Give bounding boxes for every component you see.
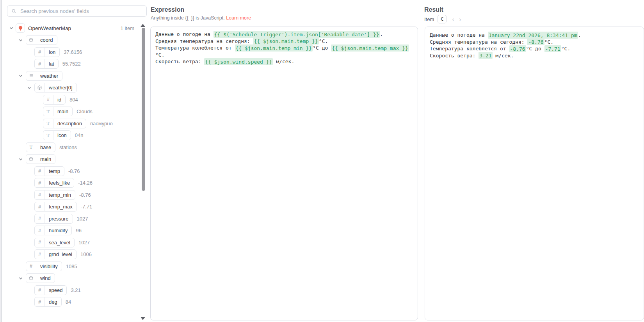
chevron-down-icon[interactable]: [18, 157, 23, 162]
tree-row-humidity[interactable]: #humidity96: [0, 225, 141, 237]
number-type-icon: #: [26, 262, 36, 271]
chevron-down-icon[interactable]: [27, 85, 32, 91]
chevron-down-icon[interactable]: [18, 37, 23, 43]
key-label: temp_min: [45, 192, 75, 198]
expression-editor[interactable]: Данные о погоде на {{ $('Schedule Trigge…: [150, 27, 418, 320]
field-value: пасмурно: [90, 121, 113, 126]
node-name: OpenWeatherMap: [28, 25, 71, 31]
number-type-icon: #: [35, 238, 45, 247]
chevron-down-icon[interactable]: [18, 276, 23, 281]
key-pill-icon[interactable]: Ticon: [43, 130, 71, 140]
code-text: Данные о погоде на: [430, 32, 488, 38]
key-pill-base[interactable]: Tbase: [26, 142, 55, 152]
tree-row-weather[interactable]: weather: [0, 70, 141, 82]
chevron-down-icon[interactable]: [9, 25, 14, 31]
key-pill-weather[interactable]: weather: [26, 71, 62, 81]
code-line: Скорость ветра: 3.21 м/сек.: [430, 52, 639, 59]
key-pill-lat[interactable]: #lat: [34, 59, 59, 69]
object-type-icon: [26, 274, 36, 283]
key-label: wind: [36, 275, 55, 281]
key-label: main: [53, 109, 72, 114]
field-value: 1006: [80, 251, 92, 257]
code-line: Средняя температура на сегодня: -8.76°C.: [430, 39, 639, 46]
number-type-icon: #: [35, 226, 45, 235]
key-pill-description[interactable]: Tdescription: [43, 119, 86, 128]
tree-row-id[interactable]: #id804: [0, 94, 141, 106]
code-line: Данные о погоде на {{ $('Schedule Trigge…: [155, 31, 413, 38]
tree-row-icon[interactable]: Ticon04n: [0, 130, 141, 142]
tree-row-temp_min[interactable]: #temp_min-8.76: [0, 189, 141, 201]
key-pill-feels_like[interactable]: #feels_like: [34, 178, 74, 188]
result-title: Result: [424, 6, 443, 13]
key-pill-temp_min[interactable]: #temp_min: [34, 190, 75, 200]
expression-highlight: 3.21: [479, 52, 492, 59]
code-line: Скорость ветра: {{ $json.wind.speed }} м…: [155, 58, 413, 65]
prev-item-button[interactable]: ‹: [452, 16, 454, 23]
tree-row-main[interactable]: TmainClouds: [0, 106, 141, 118]
key-pill-id[interactable]: #id: [43, 95, 66, 105]
next-item-button[interactable]: ›: [459, 16, 461, 23]
key-label: temp_max: [45, 204, 76, 210]
tree-row-description[interactable]: Tdescriptionпасмурно: [0, 117, 141, 130]
chevron-down-icon[interactable]: [18, 73, 23, 78]
key-pill-speed[interactable]: #speed: [34, 285, 67, 295]
key-pill-coord[interactable]: coord: [26, 35, 57, 45]
key-pill-wind[interactable]: wind: [26, 273, 55, 283]
tree-row-main[interactable]: main: [0, 153, 141, 165]
field-value: Clouds: [76, 109, 92, 114]
node-row[interactable]: OpenWeatherMap1 item: [0, 22, 141, 34]
key-label: base: [36, 144, 55, 150]
tree-row-base[interactable]: Tbasestations: [0, 141, 141, 153]
tree-row-temp[interactable]: #temp-8.76: [0, 165, 141, 177]
tree-row-grnd_level[interactable]: #grnd_level1006: [0, 249, 141, 261]
key-label: humidity: [45, 228, 71, 233]
key-pill-sea_level[interactable]: #sea_level: [34, 238, 75, 247]
key-pill-visibility[interactable]: #visibility: [26, 262, 62, 271]
key-pill-main[interactable]: main: [26, 154, 55, 164]
key-pill-main[interactable]: Tmain: [43, 107, 73, 116]
tree-row-pressure[interactable]: #pressure1027: [0, 213, 141, 225]
tree-row-temp_max[interactable]: #temp_max-7.71: [0, 201, 141, 213]
tree-row-deg[interactable]: #deg84: [0, 296, 141, 308]
tree-row-wind[interactable]: wind: [0, 272, 141, 285]
string-type-icon: T: [43, 107, 53, 116]
tree-row-weather[0][interactable]: weather[0]: [0, 82, 141, 94]
item-count: 1 item: [121, 25, 134, 31]
key-label: icon: [53, 132, 71, 138]
key-label: lon: [45, 49, 59, 55]
item-index-input[interactable]: C: [438, 15, 447, 23]
key-pill-deg[interactable]: #deg: [34, 297, 62, 307]
key-label: visibility: [36, 263, 62, 269]
code-line: °C.: [155, 52, 413, 59]
tree-row-feels_like[interactable]: #feels_like-14.26: [0, 177, 141, 189]
key-pill-pressure[interactable]: #pressure: [34, 214, 73, 224]
code-text: °C.: [544, 39, 553, 45]
key-pill-lon[interactable]: #lon: [34, 47, 60, 57]
search-field-wrap: [7, 5, 147, 17]
code-text: Данные о погоде на: [155, 31, 213, 37]
tree-row-sea_level[interactable]: #sea_level1027: [0, 237, 141, 249]
scroll-up-arrow[interactable]: [141, 24, 145, 27]
key-pill-temp_max[interactable]: #temp_max: [34, 202, 77, 212]
key-pill-weather[0][interactable]: weather[0]: [34, 83, 77, 93]
number-type-icon: #: [35, 178, 45, 187]
expression-highlight: -8.76: [527, 38, 544, 45]
key-pill-grnd_level[interactable]: #grnd_level: [34, 249, 76, 259]
scroll-down-arrow[interactable]: [141, 317, 145, 320]
code-text: .: [380, 31, 383, 37]
number-type-icon: #: [35, 48, 45, 57]
expression-highlight: January 22nd 2026, 8:34:41 pm: [488, 32, 578, 39]
key-label: feels_like: [45, 180, 74, 186]
tree-row-lat[interactable]: #lat55.7522: [0, 58, 141, 70]
tree-row-visibility[interactable]: #visibility1085: [0, 260, 141, 272]
tree-row-lon[interactable]: #lon37.6156: [0, 46, 141, 58]
learn-more-link[interactable]: Learn more: [226, 15, 251, 21]
tree-row-coord[interactable]: coord: [0, 34, 141, 46]
scrollbar-thumb[interactable]: [142, 28, 145, 191]
search-input[interactable]: [20, 8, 146, 14]
tree-row-speed[interactable]: #speed3.21: [0, 284, 141, 296]
key-pill-humidity[interactable]: #humidity: [34, 226, 72, 235]
code-text: °C.: [561, 46, 570, 52]
key-label: weather: [36, 73, 62, 79]
key-pill-temp[interactable]: #temp: [34, 166, 64, 176]
